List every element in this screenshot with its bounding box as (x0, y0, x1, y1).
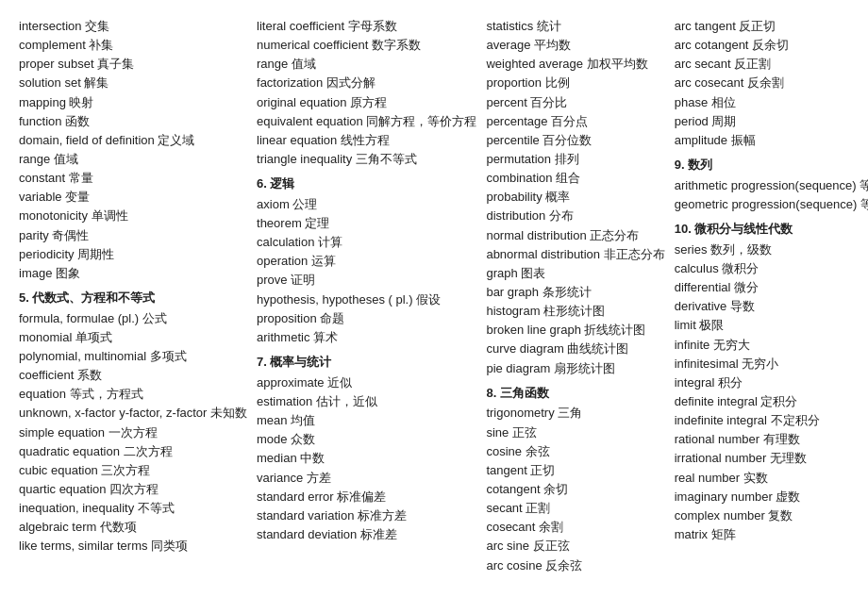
term-zh: 虚数 (776, 490, 800, 504)
term-zh: 等差数列 (860, 178, 868, 192)
term-zh: 图表 (521, 266, 545, 280)
term-en: broken line graph (486, 323, 584, 337)
term-line: simple equation 一次方程 (19, 423, 247, 442)
term-en: quadratic equation (19, 444, 124, 458)
section-heading: 10. 微积分与线性代数 (675, 220, 868, 240)
term-en: curve diagram (486, 341, 567, 356)
term-line: distribution 分布 (486, 207, 664, 225)
term-zh: 多项式 (150, 349, 187, 363)
term-line: calculus 微积分 (675, 259, 868, 278)
term-en: arc secant (675, 57, 735, 71)
term-line: irrational number 无理数 (675, 449, 868, 468)
term-en: arc cosecant (675, 75, 747, 90)
column-1: intersection 交集complement 补集proper subse… (19, 17, 257, 575)
term-zh: 百分比 (530, 95, 567, 109)
term-en: secant (486, 501, 526, 515)
term-line: variance 方差 (257, 469, 476, 488)
term-zh: 三次方程 (101, 463, 150, 477)
term-en: arc sine (486, 539, 532, 553)
term-en: mode (257, 432, 291, 446)
term-zh: 单项式 (75, 330, 112, 344)
section-heading: 6. 逻辑 (257, 174, 476, 194)
term-zh: 复数 (768, 508, 793, 523)
term-zh: 分布 (549, 208, 574, 223)
term-zh: 微积分 (722, 261, 759, 275)
term-line: graph 图表 (486, 264, 664, 283)
term-zh: 图象 (56, 266, 80, 280)
term-zh: 无穷小 (742, 357, 778, 371)
term-line: proportion 比例 (486, 74, 664, 92)
term-zh: 估计，近似 (316, 394, 377, 408)
term-zh: 无穷大 (713, 338, 750, 352)
term-line: cosecant 余割 (486, 518, 664, 537)
term-line: integral 积分 (675, 373, 868, 392)
term-en: sine (486, 425, 511, 440)
term-en: simple equation (19, 425, 108, 440)
term-line: mapping 映射 (19, 93, 247, 112)
term-en: mapping (19, 95, 69, 109)
term-zh: 定义域 (158, 133, 194, 147)
term-en: range (19, 152, 54, 166)
term-line: period 周期 (675, 112, 868, 131)
term-zh: 未知数 (210, 406, 247, 420)
term-en: like terms, similar terms (19, 539, 151, 553)
term-en: theorem (257, 216, 305, 230)
term-line: operation 运算 (257, 252, 476, 271)
term-en: function (19, 114, 65, 128)
term-zh: 反余弦 (545, 558, 582, 573)
term-line: real number 实数 (675, 469, 868, 488)
term-line: geometric progression(sequence) 等比数列 (675, 195, 868, 214)
term-en: domain, field of definition (19, 133, 158, 147)
term-en: infinitesimal (675, 357, 743, 371)
term-zh: 正弦 (512, 425, 537, 440)
term-en: monotonicity (19, 208, 92, 223)
term-en: variable (19, 190, 65, 204)
term-zh: 字母系数 (348, 19, 397, 33)
term-en: arc cosine (486, 558, 545, 573)
term-zh: 积分 (718, 375, 743, 390)
term-line: definite integral 定积分 (675, 392, 868, 411)
term-line: triangle inequality 三角不等式 (257, 150, 476, 169)
term-en: unknown, x-factor y-factor, z-factor (19, 406, 210, 420)
term-en: limit (675, 318, 700, 332)
term-line: combination 组合 (486, 169, 664, 188)
term-zh: 真子集 (97, 57, 134, 71)
term-en: calculus (675, 261, 723, 275)
term-en: series (675, 242, 710, 257)
term-zh: 常量 (69, 171, 93, 185)
term-en: equation (19, 387, 70, 401)
term-en: quartic equation (19, 482, 109, 496)
term-line: inequation, inequality 不等式 (19, 499, 247, 518)
term-zh: 代数项 (100, 520, 137, 534)
term-line: image 图象 (19, 264, 247, 283)
term-en: literal coefficient (257, 19, 348, 33)
main-content: intersection 交集complement 补集proper subse… (19, 17, 849, 575)
term-line: cotangent 余切 (486, 480, 664, 499)
term-zh: 统计 (537, 19, 561, 33)
term-line: polynomial, multinomial 多项式 (19, 347, 247, 366)
term-line: hypothesis, hypotheses ( pl.) 假设 (257, 290, 476, 309)
term-line: mean 均值 (257, 411, 476, 430)
term-zh: 有理数 (763, 432, 800, 446)
term-zh: 值域 (292, 57, 316, 71)
term-zh: 折线统计图 (584, 323, 645, 337)
term-line: proposition 命题 (257, 309, 476, 328)
term-zh: 运算 (311, 254, 336, 268)
term-en: image (19, 266, 56, 280)
term-zh: 非正态分布 (604, 247, 665, 261)
term-en: estimation (257, 394, 316, 408)
term-zh: 因式分解 (326, 75, 376, 90)
term-line: like terms, similar terms 同类项 (19, 537, 247, 556)
term-en: equivalent equation (257, 114, 366, 128)
term-en: proposition (257, 311, 320, 325)
term-zh: 近似 (327, 375, 352, 390)
term-en: variance (257, 471, 307, 485)
term-en: geometric progression(sequence) (675, 197, 860, 211)
term-line: linear equation 线性方程 (257, 131, 476, 150)
term-en: approximate (257, 375, 327, 390)
term-zh: 单调性 (92, 208, 128, 223)
term-zh: 值域 (54, 152, 78, 166)
term-zh: 反正弦 (533, 539, 570, 553)
term-line: constant 常量 (19, 169, 247, 188)
term-line: prove 证明 (257, 271, 476, 290)
